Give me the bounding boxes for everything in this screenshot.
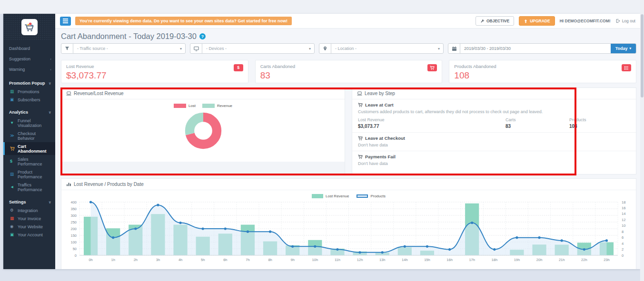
sidebar-item-cart-abandonment[interactable]: Cart Abandonment: [3, 142, 55, 155]
svg-text:250: 250: [70, 220, 77, 224]
cart-icon: [358, 155, 363, 159]
svg-text:4: 4: [622, 242, 624, 246]
stat-value: $3,073.77: [66, 70, 243, 81]
subscribers-icon: ▣: [10, 97, 15, 102]
chevron-icon: ∨: [49, 81, 52, 86]
sidebar-item-sales-performance[interactable]: $Sales Performance: [3, 155, 55, 168]
sidebar-item-subscribers[interactable]: ▣Subscribers: [3, 96, 55, 104]
svg-text:16: 16: [622, 206, 625, 210]
sidebar-item-your-account[interactable]: ▣Your Account: [3, 231, 55, 239]
traffic-icon: ◄: [10, 185, 15, 189]
svg-text:400: 400: [70, 200, 77, 204]
sidebar-item-funnel-visualization[interactable]: ▼Funnel Visualization: [3, 116, 55, 129]
today-button[interactable]: Today ▾: [611, 44, 636, 53]
dropdown-placeholder: - Traffic source -: [73, 44, 180, 53]
scrollbar[interactable]: [640, 0, 644, 281]
svg-text:20h: 20h: [536, 258, 543, 262]
svg-text:18: 18: [622, 200, 625, 204]
sidebar-item-warning[interactable]: Warning‹: [3, 64, 55, 75]
svg-text:350: 350: [70, 207, 77, 211]
hamburger-button[interactable]: [60, 17, 71, 26]
sidebar-item-label: Dashboard: [9, 46, 30, 51]
svg-text:50: 50: [73, 247, 77, 251]
svg-text:300: 300: [70, 213, 77, 218]
combo-chart-area: Lost RevenueProducts 0501001502002503003…: [61, 190, 636, 269]
user-greeting: HI DEMO@ECOMFIT.COM!: [560, 19, 611, 23]
product-icon: ▤: [10, 172, 15, 176]
filter--devices--dropdown[interactable]: - Devices -▾: [190, 43, 315, 54]
svg-text:11h: 11h: [335, 258, 340, 262]
bars-icon: ▥: [10, 89, 15, 94]
svg-text:0: 0: [622, 253, 624, 258]
sidebar-item-label: Funnel Visualization: [18, 118, 51, 128]
sidebar-item-your-invoice[interactable]: ▦Your Invoice: [3, 214, 55, 223]
sidebar-item-label: Your Account: [18, 233, 43, 237]
legend-label: Lost Revenue: [326, 194, 349, 198]
scrollbar-thumb[interactable]: [641, 14, 644, 97]
topbar-right: OBJECTIVE UPGRADE HI DEMO@ECOMFIT.COM! L…: [476, 16, 635, 26]
logo-area: [3, 14, 55, 40]
date-range-value: 2019/03/30 - 2019/03/30: [460, 44, 611, 53]
sidebar-item-settings[interactable]: Settings∨: [3, 197, 55, 206]
sidebar-item-traffics-performance[interactable]: ◄Traffics Performance: [3, 181, 55, 194]
laptop-icon: [66, 91, 71, 96]
main-area: You're currently viewing demo data. Do y…: [55, 14, 640, 269]
dropdown-placeholder: - Devices -: [202, 44, 309, 53]
date-range-picker[interactable]: 2019/03/30 - 2019/03/30 Today ▾: [448, 43, 636, 54]
step-stat-label: Lost Revenue: [358, 117, 505, 122]
map-marker-icon: [319, 44, 331, 53]
logout-link[interactable]: Log out: [615, 19, 635, 23]
leave-by-step-panel: Leave by Step Leave at CartCustomers add…: [352, 87, 636, 174]
svg-text:16h: 16h: [446, 258, 453, 262]
lost-revenue-products-by-date-panel: Lost Revenue / Products by Date Lost Rev…: [61, 178, 636, 269]
sidebar-item-your-website[interactable]: ◉Your Website: [3, 223, 55, 231]
filter-icon: [61, 44, 73, 53]
dollar-icon: $: [234, 64, 243, 71]
demo-data-banner[interactable]: You're currently viewing demo data. Do y…: [75, 17, 292, 25]
filter--traffic-source--dropdown[interactable]: - Traffic source -▾: [61, 43, 186, 54]
page-title: Cart Abandonment - Today 2019-03-30: [61, 32, 197, 41]
legend-item-lost: Lost: [174, 104, 196, 108]
donut-chart: [61, 109, 345, 153]
svg-text:100: 100: [70, 240, 77, 244]
step-stat-lost-revenue: Lost Revenue$3,073.77: [358, 117, 505, 129]
legend-swatch: [357, 194, 368, 198]
upgrade-button[interactable]: UPGRADE: [519, 16, 555, 26]
stat-card-products-abandoned: Products Abandoned108: [449, 60, 636, 83]
help-icon[interactable]: ?: [199, 33, 206, 39]
legend-swatch: [202, 104, 215, 108]
legend-swatch: [312, 194, 323, 198]
sidebar-item-integration[interactable]: ⚙Integration: [3, 206, 55, 214]
arrow-up-icon: [524, 19, 528, 23]
svg-text:6: 6: [622, 235, 624, 240]
invoice-icon: ▦: [10, 216, 15, 221]
sidebar-item-suggestion[interactable]: Suggestion‹: [3, 54, 55, 64]
stat-value: 108: [454, 70, 631, 81]
app-logo[interactable]: [21, 19, 38, 35]
svg-text:17h: 17h: [469, 258, 475, 262]
sidebar-item-promotions[interactable]: ▥Promotions: [3, 87, 55, 96]
chevron-down-icon: ▾: [438, 44, 443, 53]
sidebar-item-product-performance[interactable]: ▤Product Performance: [3, 168, 55, 181]
laptop-icon: [357, 91, 362, 96]
cart-icon: [10, 146, 15, 151]
objective-button[interactable]: OBJECTIVE: [476, 16, 514, 26]
filter--location--dropdown[interactable]: - Location -▾: [319, 43, 444, 54]
sidebar: DashboardSuggestion‹Warning‹Promotion Po…: [3, 14, 55, 269]
topbar: You're currently viewing demo data. Do y…: [55, 14, 640, 29]
sidebar-item-label: Promotions: [18, 89, 40, 94]
sidebar-item-analytics[interactable]: Analytics∨: [3, 107, 55, 116]
gear-icon: ⚙: [10, 208, 15, 213]
filter-row: - Traffic source -▾- Devices -▾- Locatio…: [61, 43, 636, 54]
sidebar-item-promotion-popup[interactable]: Promotion Popup∨: [3, 78, 55, 87]
step-title: Leave at Cart: [358, 102, 630, 107]
panel-row: Revenue/Lost Revenue LostRevenue Leave b…: [61, 87, 636, 174]
dropdown-placeholder: - Location -: [331, 44, 438, 53]
svg-text:12: 12: [622, 218, 625, 222]
sidebar-item-dashboard[interactable]: Dashboard: [3, 43, 55, 54]
desktop: DashboardSuggestion‹Warning‹Promotion Po…: [0, 0, 644, 281]
calendar-icon: [448, 44, 460, 53]
svg-text:5h: 5h: [201, 258, 205, 262]
sidebar-item-checkout-behavior[interactable]: ≫Checkout Behavior: [3, 129, 55, 142]
sidebar-item-label: Integration: [18, 208, 38, 213]
